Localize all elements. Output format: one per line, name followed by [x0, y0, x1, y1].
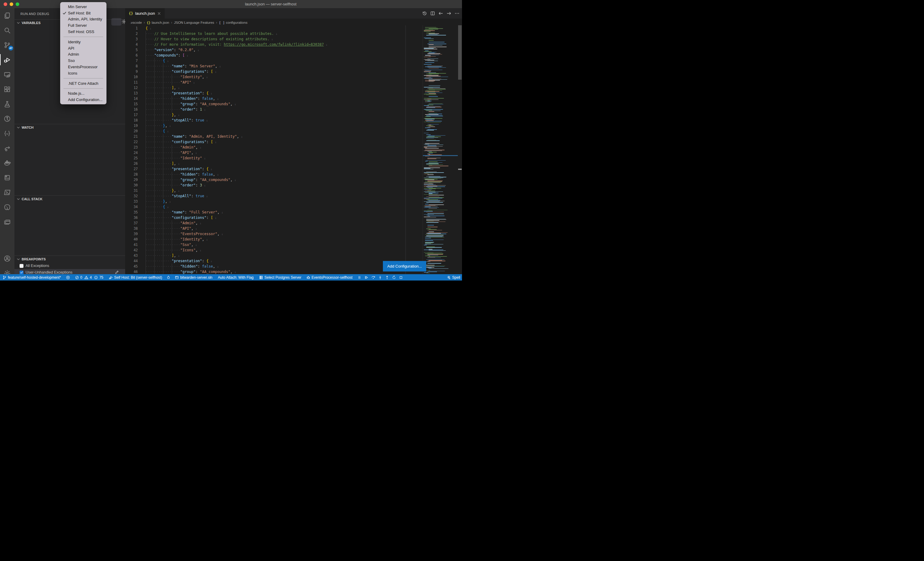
status-debug-session[interactable]: EventsProcessor-selfhost — [306, 275, 352, 280]
activity-item-testing[interactable] — [0, 97, 14, 111]
checkbox-unchecked[interactable] — [20, 264, 24, 268]
menu-item-icons[interactable]: Icons — [60, 70, 106, 76]
code-line-1[interactable]: 1{ ↓ — [125, 25, 423, 31]
breadcrumb-item[interactable]: [ ]configurations — [219, 21, 248, 24]
code-line-33[interactable]: 33········}, ↓ — [125, 198, 423, 204]
activity-item-smiley-brackets[interactable] — [0, 126, 14, 141]
code-line-25[interactable]: 25················"Identity" ↓ — [125, 155, 423, 160]
status-problems-infos[interactable]: 75 — [94, 275, 103, 280]
code-line-42[interactable]: 42················"Icons", ↓ — [125, 247, 423, 253]
code-line-24[interactable]: 24················"API", ↓ — [125, 150, 423, 155]
menu-item-self-host-oss[interactable]: Self Host: OSS — [60, 28, 106, 35]
status-debug-step-over[interactable] — [371, 275, 375, 280]
breakpoint-row[interactable]: All Exceptions — [14, 262, 125, 269]
code-line-7[interactable]: 7········{ ↓ — [125, 58, 423, 63]
code-line-27[interactable]: 27············"presentation": { ↓ — [125, 166, 423, 171]
status-flame-status[interactable] — [166, 275, 171, 280]
section-header[interactable]: CALL STACK — [14, 196, 125, 202]
menu-item--net-core-attach[interactable]: .NET Core Attach — [60, 80, 106, 87]
code-line-22[interactable]: 22············"configurations": [ ↓ — [125, 139, 423, 144]
activity-item-live-share[interactable] — [0, 141, 14, 156]
activity-item-extensions[interactable] — [0, 82, 14, 97]
menu-item-add-configuration-[interactable]: Add Configuration... — [60, 97, 106, 103]
navigate-back-button[interactable] — [438, 11, 443, 16]
menu-item-sso[interactable]: Sso — [60, 57, 106, 64]
code-line-18[interactable]: 18············"stopAll": true ↓ — [125, 117, 423, 123]
code-line-12[interactable]: 12············], ↓ — [125, 85, 423, 90]
code-line-30[interactable]: 30················"order": 3 ↓ — [125, 182, 423, 188]
code-line-5[interactable]: 5····"version": "0.2.0", ↓ — [125, 47, 423, 52]
code-line-32[interactable]: 32············"stopAll": true ↓ — [125, 193, 423, 198]
code-line-35[interactable]: 35············"name": "Full Server", ↓ — [125, 209, 423, 215]
status-solution-picker[interactable]: bitwarden-server.sln — [175, 275, 212, 280]
code-line-11[interactable]: 11················"API" ↓ — [125, 79, 423, 85]
menu-item-api[interactable]: API — [60, 45, 106, 51]
close-tab-icon[interactable] — [157, 11, 161, 16]
menu-item-full-server[interactable]: Full Server — [60, 22, 106, 28]
status-debug-step-out[interactable] — [385, 275, 389, 280]
minimize-window-button[interactable] — [10, 2, 13, 6]
timeline-button[interactable] — [422, 11, 427, 16]
zoom-window-button[interactable] — [16, 2, 19, 6]
activity-item-gitlens[interactable] — [0, 111, 14, 126]
status-debug-restart[interactable] — [392, 275, 396, 280]
code-line-28[interactable]: 28················"hidden": false, ↓ — [125, 171, 423, 177]
code-line-43[interactable]: 43············], ↓ — [125, 253, 423, 258]
activity-item-powershell[interactable] — [0, 185, 14, 200]
split-editor-button[interactable] — [430, 11, 435, 16]
code-line-2[interactable]: 2····// Use IntelliSense to learn about … — [125, 31, 423, 36]
status-debug-step-into[interactable] — [378, 275, 382, 280]
status-problems-errors[interactable]: 0 — [75, 275, 82, 280]
code-line-19[interactable]: 19········}, ↓ — [125, 123, 423, 128]
menu-item-self-host-bit[interactable]: Self Host: Bit — [60, 10, 106, 16]
scrollbar-thumb[interactable] — [458, 25, 462, 80]
code-line-36[interactable]: 36············"configurations": [ ↓ — [125, 215, 423, 220]
code-line-4[interactable]: 4····// For more information, visit: htt… — [125, 42, 423, 47]
code-line-45[interactable]: 45················"hidden": false, ↓ — [125, 263, 423, 269]
code-area[interactable]: 1{ ↓2····// Use IntelliSense to learn ab… — [125, 25, 423, 274]
code-line-10[interactable]: 10················"Identity", ↓ — [125, 74, 423, 79]
code-line-39[interactable]: 39················"EventsProcessor", ↓ — [125, 231, 423, 236]
activity-item-run-and-debug[interactable] — [0, 52, 14, 67]
checkbox-checked[interactable] — [20, 271, 24, 274]
status-problems-warnings[interactable]: 4 — [84, 275, 92, 280]
code-line-26[interactable]: 26············], ↓ — [125, 160, 423, 166]
code-line-23[interactable]: 23················"Admin", ↓ — [125, 144, 423, 150]
breadcrumb-item[interactable]: .vscode — [130, 21, 142, 24]
status-debug-stop[interactable] — [399, 275, 403, 280]
code-line-44[interactable]: 44············"presentation": { ↓ — [125, 258, 423, 263]
menu-item-eventsprocessor[interactable]: EventsProcessor — [60, 64, 106, 70]
activity-item-postgresql[interactable] — [0, 200, 14, 214]
navigate-forward-button[interactable] — [446, 11, 452, 16]
code-line-13[interactable]: 13············"presentation": { ↓ — [125, 90, 423, 96]
code-line-20[interactable]: 20········{ ↓ — [125, 128, 423, 133]
tab-launch-json[interactable]: {} launch.json — [125, 8, 165, 19]
code-line-15[interactable]: 15················"group": "AA_compounds… — [125, 101, 423, 106]
code-line-14[interactable]: 14················"hidden": false, ↓ — [125, 96, 423, 101]
code-line-40[interactable]: 40················"Identity", ↓ — [125, 236, 423, 242]
menu-item-min-server[interactable]: Min Server — [60, 4, 106, 10]
status-debug-continue[interactable] — [364, 275, 369, 280]
status-debug-configuration[interactable]: Self Host: Bit (server-selfhost) — [109, 275, 162, 280]
menu-item-admin[interactable]: Admin — [60, 51, 106, 58]
editor-scrollbar[interactable] — [458, 25, 462, 274]
activity-item-explorer[interactable] — [0, 8, 14, 23]
activity-item-remote-explorer[interactable] — [0, 67, 14, 82]
status-debug-pause[interactable] — [357, 275, 362, 280]
minimap[interactable] — [423, 25, 458, 274]
status-publish-changes[interactable] — [66, 275, 70, 280]
code-line-38[interactable]: 38················"API", ↓ — [125, 226, 423, 231]
code-line-3[interactable]: 3····// Hover to view descriptions of ex… — [125, 36, 423, 42]
activity-item-accounts[interactable] — [0, 251, 14, 266]
code-line-41[interactable]: 41················"Sso", ↓ — [125, 242, 423, 247]
menu-item-admin-api-identity[interactable]: Admin, API, Identity — [60, 16, 106, 22]
status-auto-attach[interactable]: Auto Attach: With Flag — [218, 275, 254, 280]
section-header[interactable]: BREAKPOINTS — [14, 256, 125, 262]
activity-item-source-control[interactable]: 47 — [0, 37, 14, 52]
status-branch-status[interactable]: feature/self-hosted-development* — [2, 275, 61, 280]
code-line-17[interactable]: 17············}, ↓ — [125, 112, 423, 117]
add-configuration-button[interactable]: Add Configuration... — [383, 261, 426, 271]
more-actions-button[interactable] — [454, 11, 460, 16]
status-postgres-picker[interactable]: Select Postgres Server — [259, 275, 302, 280]
menu-item-node-js-[interactable]: Node.js... — [60, 90, 106, 97]
